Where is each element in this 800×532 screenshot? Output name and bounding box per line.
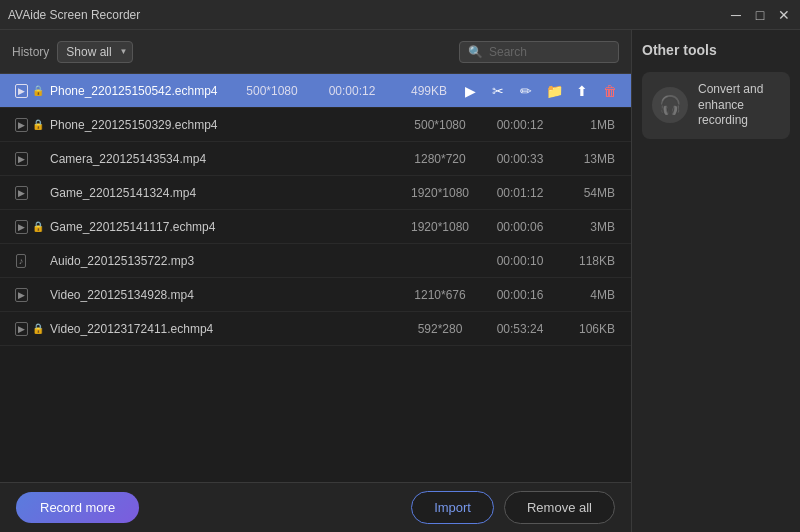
file-type-icon: ▶ [10, 186, 32, 200]
delete-button[interactable]: 🗑 [599, 80, 621, 102]
file-size: 106KB [560, 322, 615, 336]
file-resolution: 592*280 [400, 322, 480, 336]
file-resolution: 1920*1080 [400, 186, 480, 200]
file-resolution: 500*1080 [400, 118, 480, 132]
history-select-wrapper[interactable]: Show all [57, 41, 133, 63]
app-title: AVAide Screen Recorder [8, 8, 728, 22]
search-input[interactable] [489, 45, 609, 59]
file-duration: 00:01:12 [480, 186, 560, 200]
file-duration: 00:00:06 [480, 220, 560, 234]
trim-button[interactable]: ✂ [487, 80, 509, 102]
convert-enhance-tool[interactable]: 🎧 Convert and enhance recording [642, 72, 790, 139]
left-panel: History Show all 🔍 ▶🔒Phone_220125150542.… [0, 30, 632, 532]
table-row[interactable]: ▶🔒Game_220125141117.echmp41920*108000:00… [0, 210, 631, 244]
other-tools-title: Other tools [642, 42, 790, 58]
title-bar: AVAide Screen Recorder ─ □ ✕ [0, 0, 800, 30]
file-resolution: 1210*676 [400, 288, 480, 302]
share-button[interactable]: ⬆ [571, 80, 593, 102]
file-duration: 00:00:12 [480, 118, 560, 132]
history-select[interactable]: Show all [57, 41, 133, 63]
file-type-icon: ▶ [10, 288, 32, 302]
lock-icon: 🔒 [32, 85, 48, 96]
close-button[interactable]: ✕ [776, 7, 792, 23]
file-resolution: 1280*720 [400, 152, 480, 166]
main-layout: History Show all 🔍 ▶🔒Phone_220125150542.… [0, 30, 800, 532]
file-type-icon: ♪ [10, 254, 32, 268]
window-controls: ─ □ ✕ [728, 7, 792, 23]
file-duration: 00:00:10 [480, 254, 560, 268]
lock-icon: 🔒 [32, 323, 48, 334]
file-duration: 00:00:33 [480, 152, 560, 166]
file-list: ▶🔒Phone_220125150542.echmp4500*108000:00… [0, 74, 631, 482]
table-row[interactable]: ▶🔒Phone_220125150542.echmp4500*108000:00… [0, 74, 631, 108]
file-name: Game_220125141324.mp4 [50, 186, 400, 200]
maximize-button[interactable]: □ [752, 7, 768, 23]
file-name: Phone_220125150542.echmp4 [50, 84, 232, 98]
file-duration: 00:00:12 [312, 84, 392, 98]
file-name: Auido_220125135722.mp3 [50, 254, 400, 268]
record-more-button[interactable]: Record more [16, 492, 139, 523]
toolbar: History Show all 🔍 [0, 30, 631, 74]
file-size: 1MB [560, 118, 615, 132]
lock-icon: 🔒 [32, 119, 48, 130]
file-type-icon: ▶ [10, 152, 32, 166]
edit-button[interactable]: ✏ [515, 80, 537, 102]
play-button[interactable]: ▶ [459, 80, 481, 102]
table-row[interactable]: ♪Auido_220125135722.mp300:00:10118KB [0, 244, 631, 278]
file-type-icon: ▶ [10, 118, 32, 132]
file-size: 13MB [560, 152, 615, 166]
file-size: 54MB [560, 186, 615, 200]
file-size: 3MB [560, 220, 615, 234]
file-name: Video_220123172411.echmp4 [50, 322, 400, 336]
file-resolution: 500*1080 [232, 84, 312, 98]
file-size: 499KB [392, 84, 447, 98]
file-name: Game_220125141117.echmp4 [50, 220, 400, 234]
file-name: Camera_220125143534.mp4 [50, 152, 400, 166]
bottom-bar: Record more Import Remove all [0, 482, 631, 532]
folder-button[interactable]: 📁 [543, 80, 565, 102]
file-type-icon: ▶ [10, 322, 32, 336]
convert-enhance-icon: 🎧 [652, 87, 688, 123]
lock-icon: 🔒 [32, 221, 48, 232]
row-actions: ▶✂✏📁⬆🗑 [459, 80, 621, 102]
file-resolution: 1920*1080 [400, 220, 480, 234]
file-size: 118KB [560, 254, 615, 268]
file-name: Video_220125134928.mp4 [50, 288, 400, 302]
file-type-icon: ▶ [10, 84, 32, 98]
file-type-icon: ▶ [10, 220, 32, 234]
search-box[interactable]: 🔍 [459, 41, 619, 63]
file-duration: 00:00:16 [480, 288, 560, 302]
table-row[interactable]: ▶Camera_220125143534.mp41280*72000:00:33… [0, 142, 631, 176]
file-duration: 00:53:24 [480, 322, 560, 336]
convert-enhance-label: Convert and enhance recording [698, 82, 780, 129]
file-size: 4MB [560, 288, 615, 302]
file-name: Phone_220125150329.echmp4 [50, 118, 400, 132]
minimize-button[interactable]: ─ [728, 7, 744, 23]
table-row[interactable]: ▶🔒Phone_220125150329.echmp4500*108000:00… [0, 108, 631, 142]
right-panel: Other tools 🎧 Convert and enhance record… [632, 30, 800, 532]
import-button[interactable]: Import [411, 491, 494, 524]
history-label: History [12, 45, 49, 59]
search-icon: 🔍 [468, 45, 483, 59]
remove-all-button[interactable]: Remove all [504, 491, 615, 524]
table-row[interactable]: ▶Video_220125134928.mp41210*67600:00:164… [0, 278, 631, 312]
table-row[interactable]: ▶Game_220125141324.mp41920*108000:01:125… [0, 176, 631, 210]
table-row[interactable]: ▶🔒Video_220123172411.echmp4592*28000:53:… [0, 312, 631, 346]
